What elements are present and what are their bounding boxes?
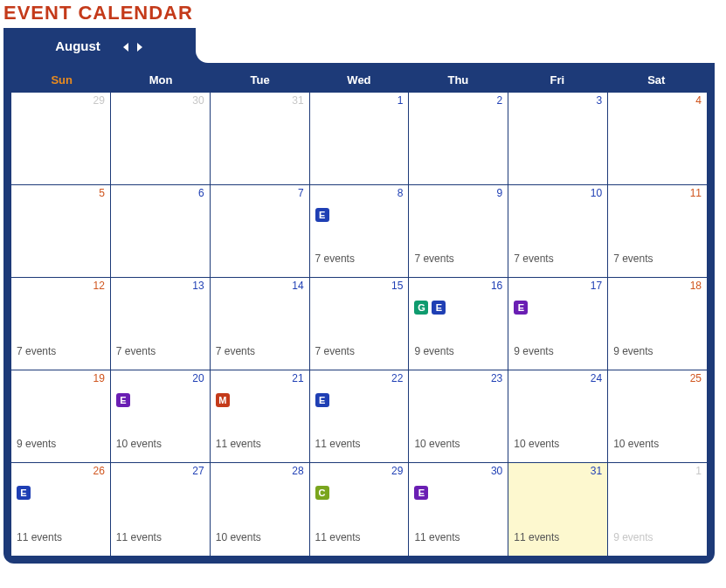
day-cell[interactable]: 16GE9 events: [409, 278, 508, 370]
event-badge-e-purple[interactable]: E: [116, 393, 130, 407]
day-cell[interactable]: 29C11 events: [310, 463, 410, 556]
prev-month-button[interactable]: [121, 40, 130, 51]
day-number: 24: [591, 372, 602, 384]
day-cell[interactable]: 30: [111, 93, 211, 185]
event-badge-e-blue[interactable]: E: [315, 208, 329, 222]
day-number: 29: [93, 94, 105, 107]
day-cell[interactable]: 6: [111, 185, 211, 278]
event-count[interactable]: 11 events: [17, 531, 105, 543]
event-count[interactable]: 10 events: [116, 438, 204, 450]
event-count[interactable]: 9 events: [613, 345, 702, 357]
day-number: 21: [292, 372, 303, 384]
day-cell[interactable]: 2810 events: [211, 463, 310, 556]
event-badge-e-purple[interactable]: E: [414, 486, 428, 500]
day-cell[interactable]: 127 events: [11, 278, 111, 370]
day-number: 11: [690, 187, 702, 199]
event-count[interactable]: 7 events: [514, 252, 602, 265]
event-badge-e-blue[interactable]: E: [315, 393, 329, 407]
day-cell[interactable]: 3111 events: [508, 463, 608, 556]
day-cell[interactable]: 22E11 events: [310, 370, 410, 463]
day-cell[interactable]: 3: [508, 93, 608, 185]
event-count[interactable]: 11 events: [315, 531, 404, 543]
event-count[interactable]: 11 events: [414, 531, 502, 543]
event-count[interactable]: 11 events: [116, 531, 204, 543]
day-cell[interactable]: 2: [409, 93, 508, 185]
day-cell[interactable]: 30E11 events: [409, 463, 508, 556]
month-tab-row: August: [3, 28, 715, 63]
dow-sun: Sun: [12, 73, 111, 86]
page-title: EVENT CALENDAR: [3, 2, 726, 24]
event-badge-e-purple[interactable]: E: [514, 301, 528, 315]
badge-row: [414, 393, 502, 409]
day-cell[interactable]: 4: [608, 93, 707, 185]
svg-marker-0: [123, 43, 128, 52]
day-cell[interactable]: 2711 events: [111, 463, 211, 556]
dow-sat: Sat: [607, 73, 706, 86]
next-month-button[interactable]: [135, 40, 144, 51]
day-cell[interactable]: 189 events: [608, 278, 707, 370]
day-cell[interactable]: 26E11 events: [11, 463, 111, 556]
day-cell[interactable]: 2510 events: [608, 370, 707, 463]
event-badge-g[interactable]: G: [414, 301, 428, 315]
day-cell[interactable]: 19 events: [608, 463, 707, 556]
day-number: 8: [398, 187, 404, 199]
event-count[interactable]: 11 events: [315, 438, 404, 450]
event-badge-e-blue[interactable]: E: [432, 301, 446, 315]
day-cell[interactable]: 2310 events: [409, 370, 508, 463]
day-cell[interactable]: 107 events: [508, 185, 608, 278]
event-count[interactable]: 7 events: [315, 252, 404, 265]
day-cell[interactable]: 31: [211, 93, 310, 185]
day-cell[interactable]: 20E10 events: [111, 370, 211, 463]
badge-row: [116, 115, 204, 131]
day-cell[interactable]: 157 events: [310, 278, 410, 370]
event-count[interactable]: 7 events: [17, 345, 105, 357]
event-count[interactable]: 7 events: [216, 345, 304, 357]
day-number: 5: [99, 187, 105, 199]
day-cell[interactable]: 199 events: [11, 370, 111, 463]
event-count[interactable]: 7 events: [116, 345, 204, 357]
day-cell[interactable]: 147 events: [211, 278, 310, 370]
badge-row: [613, 301, 702, 316]
event-count[interactable]: 10 events: [216, 531, 304, 543]
day-cell[interactable]: 5: [11, 185, 111, 278]
day-number: 19: [93, 372, 105, 384]
badge-row: [116, 208, 204, 224]
day-cell[interactable]: 97 events: [409, 185, 508, 278]
day-number: 30: [192, 94, 204, 107]
dow-fri: Fri: [508, 73, 606, 86]
month-label: August: [55, 38, 100, 53]
day-cell[interactable]: 7: [211, 185, 310, 278]
badge-row: [514, 393, 602, 409]
day-cell[interactable]: 117 events: [608, 185, 707, 278]
event-badge-c[interactable]: C: [315, 486, 329, 500]
event-count[interactable]: 7 events: [315, 345, 404, 357]
event-count[interactable]: 10 events: [514, 438, 602, 450]
day-of-week-header: SunMonTueWedThuFriSat: [3, 73, 715, 92]
day-cell[interactable]: 21M11 events: [211, 370, 310, 463]
event-badge-m[interactable]: M: [216, 393, 230, 407]
event-count[interactable]: 10 events: [414, 438, 502, 450]
event-badge-e-blue[interactable]: E: [17, 486, 31, 500]
day-cell[interactable]: 8E7 events: [310, 185, 410, 278]
day-cell[interactable]: 137 events: [111, 278, 211, 370]
event-count[interactable]: 9 events: [613, 531, 702, 543]
day-number: 17: [591, 280, 602, 292]
day-number: 6: [198, 187, 204, 199]
event-count[interactable]: 7 events: [613, 252, 702, 265]
event-count[interactable]: 11 events: [514, 531, 602, 543]
day-cell[interactable]: 1: [310, 93, 410, 185]
event-count[interactable]: 9 events: [17, 438, 105, 450]
day-cell[interactable]: 29: [11, 93, 111, 185]
event-count[interactable]: 10 events: [613, 438, 702, 450]
event-count[interactable]: 9 events: [514, 345, 602, 357]
day-cell[interactable]: 2410 events: [508, 370, 608, 463]
dow-thu: Thu: [409, 73, 508, 86]
day-cell[interactable]: 17E9 events: [508, 278, 608, 370]
day-number: 14: [292, 280, 303, 292]
calendar-frame: August SunMonTueWedThuFriSat 29303112345…: [3, 28, 715, 564]
badge-row: M: [216, 393, 304, 409]
day-number: 30: [491, 465, 502, 477]
event-count[interactable]: 11 events: [216, 438, 304, 450]
event-count[interactable]: 9 events: [414, 345, 502, 357]
event-count[interactable]: 7 events: [414, 252, 502, 265]
